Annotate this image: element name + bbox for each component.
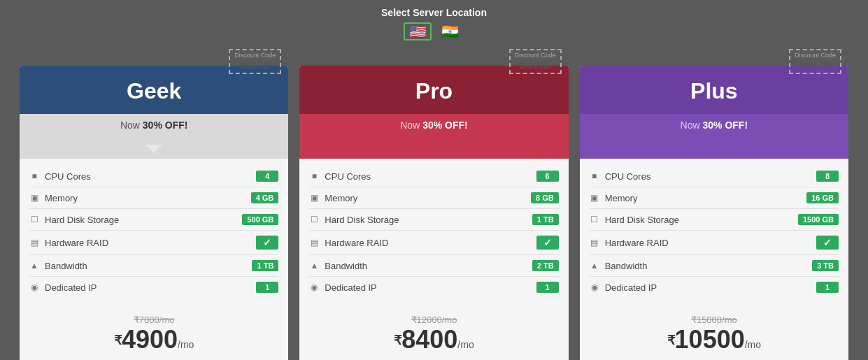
feature-name: Dedicated IP: [325, 282, 376, 293]
feature-row: ◉Dedicated IP1: [29, 277, 278, 298]
page-wrapper: Select Server Location 🇺🇸 🇮🇳 Discount Co…: [14, 7, 854, 360]
plan-wrapper-pro: Discount CodeSOLIDProNow 30% OFF!■CPU Co…: [294, 49, 574, 360]
plan-card-plus: PlusNow 30% OFF!■CPU Cores8▣Memory16 GB☐…: [580, 66, 848, 360]
feature-label: ◉Dedicated IP: [309, 282, 376, 293]
new-price: ₹4900/mo: [29, 325, 278, 354]
memory-icon: ▣: [309, 193, 319, 203]
plan-discount-bar-plus: Now 30% OFF!: [580, 114, 848, 159]
feature-name: Hardware RAID: [325, 238, 388, 248]
flag-in[interactable]: 🇮🇳: [436, 22, 464, 41]
feature-name: CPU Cores: [605, 171, 651, 182]
pricing-section-pro: ₹12000/mo ₹8400/mo: [299, 305, 568, 360]
feature-value: 1 TB: [532, 214, 559, 225]
disk-icon: ☐: [29, 215, 39, 224]
feature-value: 4 GB: [251, 192, 279, 203]
feature-name: Hardware RAID: [45, 238, 108, 248]
feature-name: Hard Disk Storage: [605, 215, 679, 225]
feature-row: ▤Hardware RAID✓: [590, 231, 839, 255]
feature-value: 8 GB: [531, 192, 559, 203]
new-price: ₹8400/mo: [309, 325, 558, 354]
raid-icon: ▤: [29, 238, 39, 247]
feature-row: ▣Memory8 GB: [309, 187, 558, 209]
feature-value: 500 GB: [242, 214, 278, 225]
feature-row: ☐Hard Disk Storage1 TB: [309, 209, 558, 231]
plans-container: Discount CodeSOLIDGeekNow 30% OFF!■CPU C…: [14, 49, 854, 360]
ip-icon: ◉: [309, 282, 319, 292]
plan-name-pro: Pro: [306, 78, 561, 104]
feature-value: 1500 GB: [798, 214, 839, 225]
feature-row: ▲Bandwidth2 TB: [309, 255, 558, 277]
feature-name: CPU Cores: [45, 171, 91, 182]
feature-value: 1: [816, 282, 839, 293]
old-price: ₹12000/mo: [309, 315, 558, 325]
plan-name-plus: Plus: [587, 78, 841, 104]
discount-badge-plus: Discount CodeSOLID: [789, 49, 841, 74]
feature-value: 8: [816, 171, 839, 182]
feature-row: ■CPU Cores4: [29, 166, 278, 187]
feature-value: 3 TB: [812, 260, 839, 271]
feature-row: ▤Hardware RAID✓: [309, 231, 558, 255]
features-list-plus: ■CPU Cores8▣Memory16 GB☐Hard Disk Storag…: [580, 159, 848, 305]
location-title: Select Server Location: [381, 7, 487, 18]
plan-card-pro: ProNow 30% OFF!■CPU Cores6▣Memory8 GB☐Ha…: [299, 66, 568, 360]
feature-label: ▲Bandwidth: [309, 261, 367, 271]
raid-icon: ▤: [590, 238, 599, 247]
bandwidth-icon: ▲: [29, 261, 39, 271]
feature-name: Memory: [325, 193, 357, 203]
memory-icon: ▣: [590, 193, 599, 203]
plan-wrapper-plus: Discount CodeSOLIDPlusNow 30% OFF!■CPU C…: [574, 49, 854, 360]
features-list-pro: ■CPU Cores6▣Memory8 GB☐Hard Disk Storage…: [299, 159, 568, 305]
plan-card-geek: GeekNow 30% OFF!■CPU Cores4▣Memory4 GB☐H…: [20, 66, 288, 360]
bandwidth-icon: ▲: [309, 261, 319, 271]
feature-row: ◉Dedicated IP1: [590, 277, 839, 298]
feature-row: ▲Bandwidth1 TB: [29, 255, 278, 277]
feature-label: ■CPU Cores: [29, 171, 91, 182]
feature-name: Dedicated IP: [45, 282, 97, 293]
feature-name: Hard Disk Storage: [325, 215, 399, 225]
feature-name: Hard Disk Storage: [45, 215, 119, 225]
feature-label: ☐Hard Disk Storage: [590, 215, 679, 225]
feature-row: ☐Hard Disk Storage500 GB: [29, 209, 278, 231]
feature-value: 4: [256, 171, 278, 182]
feature-value: 1: [536, 282, 559, 293]
feature-label: ▤Hardware RAID: [29, 238, 108, 248]
feature-value: 1: [256, 282, 278, 293]
feature-label: ☐Hard Disk Storage: [29, 215, 119, 225]
cpu-icon: ■: [29, 171, 39, 181]
feature-name: Memory: [605, 193, 638, 203]
feature-value: ✓: [256, 236, 278, 250]
bandwidth-icon: ▲: [590, 261, 599, 271]
feature-value: ✓: [816, 236, 839, 250]
feature-value: 1 TB: [252, 260, 278, 271]
feature-row: ◉Dedicated IP1: [309, 277, 558, 298]
feature-label: ▣Memory: [29, 193, 78, 203]
memory-icon: ▣: [29, 193, 39, 203]
feature-label: ■CPU Cores: [309, 171, 371, 182]
feature-name: Bandwidth: [605, 261, 648, 271]
feature-label: ▲Bandwidth: [590, 261, 648, 271]
plan-name-geek: Geek: [27, 78, 281, 104]
feature-label: ▲Bandwidth: [29, 261, 87, 271]
feature-row: ▣Memory16 GB: [590, 187, 839, 209]
feature-label: ▣Memory: [309, 193, 357, 203]
new-price: ₹10500/mo: [590, 325, 839, 354]
feature-row: ▤Hardware RAID✓: [29, 231, 278, 255]
discount-badge-geek: Discount CodeSOLID: [229, 49, 281, 74]
feature-row: ▲Bandwidth3 TB: [590, 255, 839, 277]
feature-label: ▤Hardware RAID: [309, 238, 388, 248]
ip-icon: ◉: [590, 282, 599, 292]
feature-value: 16 GB: [806, 192, 839, 203]
plan-wrapper-geek: Discount CodeSOLIDGeekNow 30% OFF!■CPU C…: [14, 49, 294, 360]
feature-name: CPU Cores: [325, 171, 371, 182]
feature-row: ■CPU Cores6: [309, 166, 558, 187]
discount-label: Discount Code: [795, 52, 836, 59]
feature-name: Hardware RAID: [605, 238, 669, 248]
old-price: ₹7000/mo: [29, 315, 278, 325]
feature-name: Bandwidth: [45, 261, 87, 271]
feature-label: ■CPU Cores: [590, 171, 651, 182]
pricing-section-plus: ₹15000/mo ₹10500/mo: [580, 305, 848, 360]
location-header: Select Server Location 🇺🇸 🇮🇳: [381, 7, 487, 41]
feature-name: Dedicated IP: [605, 282, 657, 293]
feature-value: 2 TB: [532, 260, 559, 271]
flag-us[interactable]: 🇺🇸: [404, 22, 432, 41]
